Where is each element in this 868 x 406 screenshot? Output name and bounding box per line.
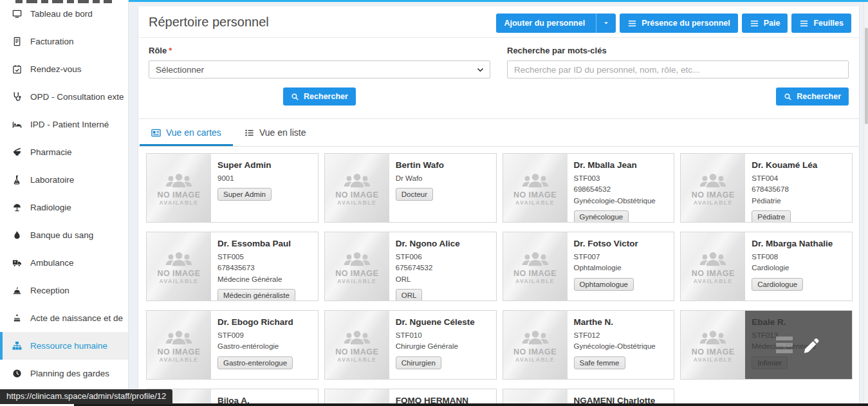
staff-details: STF012Gynécologie-Obstétrique — [574, 330, 668, 353]
staff-name: Dr. Mballa Jean — [574, 160, 668, 170]
app-window: Tableau de bord Facturation Rendez-vous … — [0, 0, 868, 406]
staff-card-dr-mballa-jean[interactable]: NO IMAGE AVAILABLE Dr. Mballa Jean STF00… — [503, 153, 675, 223]
presence-du-personnel-button[interactable]: Présence du personnel — [620, 14, 738, 33]
people-icon — [522, 248, 549, 268]
available-text: AVAILABLE — [160, 356, 199, 363]
sidebar-item-ipd-patient-interne[interactable]: IPD - Patient Interné — [0, 111, 128, 138]
sidebar-item-rendez-vous[interactable]: Rendez-vous — [0, 55, 128, 83]
staff-card-dr-kouame-lea[interactable]: NO IMAGE AVAILABLE Dr. Kouamé Léa STF004… — [680, 153, 853, 223]
role-badge: Pédiatre — [752, 210, 791, 222]
ajouter-du-personnel-button[interactable]: Ajouter du personnel — [496, 14, 616, 33]
search-button-role[interactable]: Rechercher — [283, 88, 356, 106]
sidebar-item-tableau-de-bord[interactable]: Tableau de bord — [0, 0, 128, 28]
staff-detail-line: Médecine Générale — [217, 274, 311, 285]
sidebar-item-radiologie[interactable]: Radiologie — [0, 194, 128, 221]
scrollbar-thumb[interactable] — [865, 28, 868, 124]
caret-down-icon[interactable] — [596, 14, 616, 33]
staff-detail-line: STF007 — [574, 252, 668, 263]
edit-pencil-icon[interactable] — [802, 335, 821, 355]
staff-card-info: Marthe N. STF012Gynécologie-Obstétrique … — [568, 311, 674, 379]
staff-name: Dr. Essomba Paul — [217, 239, 311, 248]
staff-card-info: Super Admin 9001 Super Admin — [211, 154, 318, 222]
staff-detail-line: 9001 — [217, 173, 311, 184]
sidebar-item-reception[interactable]: Reception — [0, 277, 128, 304]
staff-name: Dr. Kouamé Léa — [752, 160, 845, 170]
search-icon — [784, 93, 792, 101]
top-accent-strip — [129, 0, 868, 2]
no-image-placeholder: NO IMAGE AVAILABLE — [681, 154, 745, 222]
staff-name: Dr. Fotso Victor — [574, 239, 668, 248]
bars-icon — [627, 19, 637, 28]
sidebar-item-pharmacie[interactable]: Pharmacie — [0, 138, 128, 166]
search-button-keyword[interactable]: Rechercher — [776, 88, 849, 106]
staff-name: Bertin Wafo — [396, 160, 490, 170]
staff-card-info: Dr. Ebogo Richard STF009Gastro-entérolog… — [211, 311, 318, 379]
status-bar-url: https://clinicam.space/admin/staff/profi… — [0, 389, 172, 404]
staff-name: Dr. Ebogo Richard — [217, 317, 311, 327]
sidebar-item-banque-du-sang[interactable]: Banque du sang — [0, 221, 128, 249]
mortar-pestle-icon — [12, 147, 23, 158]
tab-list-view[interactable]: Vue en liste — [233, 119, 318, 146]
staff-card-super-admin[interactable]: NO IMAGE AVAILABLE Super Admin 9001 Supe… — [146, 153, 319, 223]
staff-card-dr-fotso-victor[interactable]: NO IMAGE AVAILABLE Dr. Fotso Victor STF0… — [503, 232, 675, 301]
staff-detail-line: 675674532 — [396, 263, 490, 273]
sidebar-item-ambulance[interactable]: Ambulance — [0, 249, 128, 277]
stethoscope-icon — [12, 92, 23, 102]
staff-detail-line: Gynécologie-Obstétrique — [574, 341, 668, 352]
staff-card-info: Dr. Mballa Jean STF003698654532Gynécolog… — [568, 154, 674, 222]
window-scrollbar[interactable] — [863, 2, 868, 406]
staff-card-marthe-n[interactable]: NO IMAGE AVAILABLE Marthe N. STF012Gynéc… — [503, 310, 675, 380]
sitemap-icon — [12, 341, 23, 351]
sidebar-item-planning-des-gardes[interactable]: Planning des gardes — [0, 360, 128, 387]
main-content: Répertoire personnel Ajouter du personne… — [129, 0, 868, 406]
no-image-placeholder: NO IMAGE AVAILABLE — [325, 154, 389, 222]
sidebar-item-laboratoire[interactable]: Laboratoire — [0, 166, 128, 194]
required-asterisk: * — [169, 46, 172, 55]
header-actions: Ajouter du personnel Présence du personn… — [496, 14, 851, 33]
keyword-search-row: Rechercher — [507, 88, 849, 106]
staff-card-info: Dr. Nguene Céleste STF010Chirurgie Génér… — [389, 311, 496, 379]
role-filter-column: Rôle* Sélectionner Rechercher — [149, 46, 490, 106]
staff-card-ebale-r[interactable]: NO IMAGE AVAILABLE Ebale R. STF013Médeci… — [680, 310, 853, 380]
people-icon — [165, 248, 192, 268]
available-text: AVAILABLE — [515, 278, 555, 284]
staff-card-dr-mbarga-nathalie[interactable]: NO IMAGE AVAILABLE Dr. Mbarga Nathalie S… — [680, 232, 853, 301]
no-image-placeholder: NO IMAGE AVAILABLE — [503, 154, 568, 222]
staff-detail-line: Pédiatrie — [752, 196, 845, 207]
role-badge: Cardiologue — [752, 278, 803, 291]
staff-card-dr-nguene-celeste[interactable]: NO IMAGE AVAILABLE Dr. Nguene Céleste ST… — [324, 310, 497, 380]
keyword-search-input[interactable] — [507, 60, 849, 78]
staff-detail-line: Dr Wafo — [396, 173, 490, 184]
staff-name: Marthe N. — [574, 317, 668, 327]
no-image-placeholder: NO IMAGE AVAILABLE — [503, 311, 568, 379]
staff-card-dr-ngono-alice[interactable]: NO IMAGE AVAILABLE Dr. Ngono Alice STF00… — [324, 232, 497, 301]
staff-details: STF004678435678Pédiatrie — [752, 173, 845, 207]
staff-card-dr-essomba-paul[interactable]: NO IMAGE AVAILABLE Dr. Essomba Paul STF0… — [146, 232, 319, 301]
no-image-text: NO IMAGE — [513, 269, 557, 278]
sidebar-item-ressource-humaine[interactable]: Ressource humaine — [0, 332, 128, 360]
sidebar-item-opd-consultation-externe[interactable]: OPD - Consultation externe — [0, 83, 128, 111]
paie-button[interactable]: Paie — [742, 14, 788, 33]
staff-card-bertin-wafo[interactable]: NO IMAGE AVAILABLE Bertin Wafo Dr Wafo D… — [324, 153, 497, 223]
people-icon — [699, 170, 726, 189]
available-text: AVAILABLE — [694, 278, 733, 284]
no-image-placeholder: NO IMAGE AVAILABLE — [147, 154, 211, 222]
staff-card-info: Dr. Ngono Alice STF006675674532ORL ORL — [389, 232, 496, 300]
ambulance-icon — [12, 258, 23, 268]
staff-detail-line: Chirurgie Générale — [396, 341, 490, 352]
staff-detail-line: Ophtalmologie — [574, 263, 668, 273]
role-select[interactable]: Sélectionner — [149, 60, 490, 78]
staff-card-dr-ebogo-richard[interactable]: NO IMAGE AVAILABLE Dr. Ebogo Richard STF… — [146, 310, 319, 380]
staff-detail-line: 678435678 — [752, 184, 845, 195]
tab-cards-view[interactable]: Vue en cartes — [140, 119, 233, 146]
staff-detail-line: STF004 — [752, 173, 845, 184]
sidebar-item-facturation[interactable]: Facturation — [0, 28, 128, 55]
bars-icon — [750, 19, 759, 28]
bars-icon — [799, 19, 809, 28]
sidebar-item-acte-de-naissance-et-de-de[interactable]: Acte de naissance et de dé — [0, 304, 128, 332]
feuilles-button[interactable]: Feuilles — [791, 14, 851, 33]
menu-bars-icon[interactable] — [776, 337, 793, 353]
radiology-icon — [12, 203, 23, 213]
staff-details: STF010Chirurgie Générale — [396, 330, 490, 353]
patient-bed-icon — [12, 120, 23, 130]
